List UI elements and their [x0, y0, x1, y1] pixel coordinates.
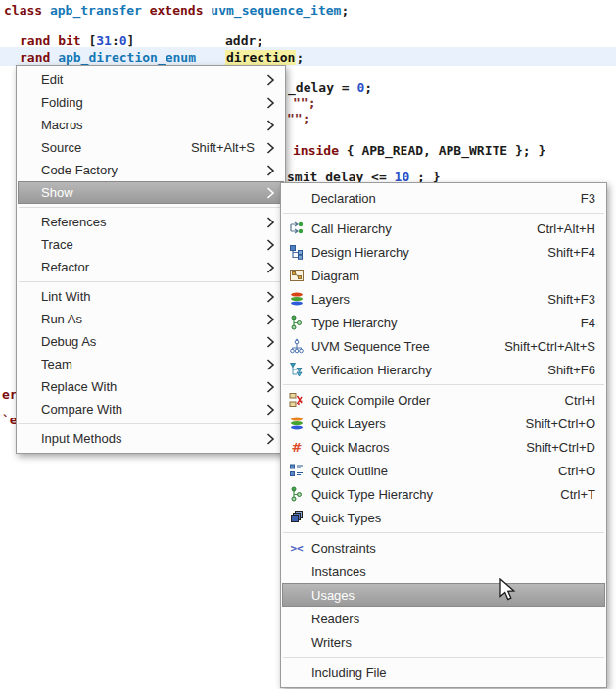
menu-item-shortcut: F3 [581, 191, 595, 206]
code-token: uvm_sequence_item [211, 3, 341, 18]
submenu-arrow-icon [266, 433, 278, 445]
menu-item-diagram[interactable]: Diagram [282, 264, 605, 287]
menu-item-label: Show [41, 185, 261, 200]
menu-item-shortcut: Shift+Alt+S [191, 140, 255, 155]
quick-type-hierarchy-icon [288, 486, 305, 502]
menu-item-shortcut: Shift+Ctrl+D [526, 440, 595, 455]
menu-item-macros[interactable]: Macros [18, 114, 284, 136]
menu-item-quick-compile-order[interactable]: Quick Compile OrderCtrl+I [282, 388, 605, 412]
menu-item-label: Design Hierarchy [311, 245, 524, 260]
menu-item-replace-with[interactable]: Replace With [18, 375, 284, 398]
menu-item-shortcut: Shift+Ctrl+Alt+S [504, 339, 595, 354]
menu-item-shortcut: Shift+F4 [547, 245, 595, 260]
svg-text:><: >< [290, 542, 304, 555]
menu-item-edit[interactable]: Edit [18, 69, 284, 91]
menu-item-quick-types[interactable]: Quick Types [282, 506, 605, 529]
menu-item-input-methods[interactable]: Input Methods [18, 427, 284, 450]
menu-item-label: Refactor [41, 260, 261, 274]
type-hierarchy-icon [288, 315, 305, 330]
code-token: rand bit [20, 33, 88, 48]
submenu-arrow-icon [266, 74, 278, 86]
menu-item-show[interactable]: Show [18, 181, 284, 204]
submenu-arrow-icon [266, 262, 278, 273]
submenu-arrow-icon [266, 97, 278, 109]
code-token: ; [364, 80, 372, 95]
menu-item-label: Readers [311, 612, 595, 626]
menu-separator [283, 532, 604, 533]
submenu-arrow-icon [266, 381, 278, 393]
ide-editor-screen: class apb_transfer extends uvm_sequence_… [0, 0, 616, 689]
quick-layers-icon [288, 416, 305, 431]
menu-item-quick-layers[interactable]: Quick LayersShift+Ctrl+O [282, 412, 605, 435]
menu-item-folding[interactable]: Folding [18, 91, 284, 114]
code-token: extends [150, 3, 212, 18]
menu-item-shortcut: Ctrl+Alt+H [537, 221, 595, 236]
code-token: ""; [293, 95, 315, 110]
code-line: addr; [225, 32, 263, 49]
menu-item-compare-with[interactable]: Compare With [18, 398, 284, 420]
menu-item-label: Constraints [311, 541, 595, 556]
code-line: class apb_transfer extends uvm_sequence_… [4, 2, 349, 19]
menu-item-references[interactable]: References [18, 211, 284, 233]
call-hierarchy-icon [288, 221, 305, 236]
menu-item-quick-type-hierarchy[interactable]: Quick Type HierarchyCtrl+T [282, 482, 605, 506]
menu-item-writers[interactable]: Writers [282, 630, 605, 654]
menu-item-label: Macros [41, 118, 261, 132]
menu-item-label: Quick Layers [311, 417, 501, 431]
code-token [142, 3, 150, 18]
menu-item-lint-with[interactable]: Lint With [18, 285, 284, 308]
menu-item-quick-macros[interactable]: #Quick MacrosShift+Ctrl+D [282, 435, 605, 459]
menu-item-label: Trace [41, 237, 261, 252]
icon-spacer [288, 664, 305, 680]
menu-item-shortcut: F4 [581, 316, 595, 330]
menu-item-uvm-sequence-tree[interactable]: UVM Sequence TreeShift+Ctrl+Alt+S [282, 334, 605, 358]
menu-item-debug-as[interactable]: Debug As [18, 330, 284, 353]
menu-item-label: Replace With [41, 379, 261, 394]
menu-item-instances[interactable]: Instances [282, 560, 605, 583]
menu-item-source[interactable]: SourceShift+Alt+S [18, 136, 284, 159]
menu-item-label: Folding [41, 95, 261, 110]
code-token: inside [293, 143, 339, 158]
submenu-arrow-icon [266, 336, 278, 348]
submenu-arrow-icon [266, 217, 278, 228]
menu-item-shortcut: Shift+Ctrl+O [525, 417, 595, 431]
menu-item-call-hierarchy[interactable]: Call HierarchyCtrl+Alt+H [282, 217, 605, 240]
code-token: apb_transfer [50, 3, 142, 18]
menu-item-label: Source [41, 140, 167, 155]
menu-item-type-hierarchy[interactable]: Type HierarchyF4 [282, 311, 605, 334]
code-token: class [4, 3, 50, 18]
quick-macros-icon: # [288, 439, 305, 455]
menu-item-run-as[interactable]: Run As [18, 308, 284, 330]
menu-item-label: Quick Compile Order [311, 393, 542, 408]
icon-spacer [288, 564, 305, 579]
submenu-arrow-icon [266, 239, 278, 251]
menu-item-constraints[interactable]: ><Constraints [282, 536, 605, 560]
menu-item-design-hierarchy[interactable]: Design HierarchyShift+F4 [282, 240, 605, 264]
layers-icon [288, 291, 305, 307]
submenu-arrow-icon [266, 165, 278, 176]
menu-item-code-factory[interactable]: Code Factory [18, 159, 284, 181]
menu-item-including-file[interactable]: Including File [282, 661, 605, 684]
menu-item-shortcut: Ctrl+T [560, 487, 595, 502]
icon-spacer [288, 190, 305, 206]
menu-item-label: Usages [311, 588, 595, 603]
menu-item-declaration[interactable]: DeclarationF3 [282, 186, 605, 210]
menu-separator [19, 207, 283, 208]
code-token: direction [225, 50, 296, 65]
menu-separator [19, 281, 283, 282]
menu-item-usages[interactable]: Usages [282, 583, 605, 607]
verification-hierarchy-icon [288, 362, 305, 377]
code-token: ; [341, 3, 349, 18]
submenu-arrow-icon [266, 314, 278, 325]
code-token: _delay = [288, 80, 356, 95]
code-line: rand apb_direction_enum [20, 49, 196, 66]
menu-item-readers[interactable]: Readers [282, 607, 605, 630]
menu-item-quick-outline[interactable]: Quick OutlineCtrl+O [282, 459, 605, 482]
svg-text:#: # [291, 440, 302, 455]
menu-item-refactor[interactable]: Refactor [18, 256, 284, 278]
menu-item-verification-hierarchy[interactable]: Verification HierarchyShift+F6 [282, 358, 605, 381]
menu-item-layers[interactable]: LayersShift+F3 [282, 287, 605, 311]
menu-separator [283, 657, 604, 658]
menu-item-trace[interactable]: Trace [18, 233, 284, 256]
menu-item-team[interactable]: Team [18, 353, 284, 375]
